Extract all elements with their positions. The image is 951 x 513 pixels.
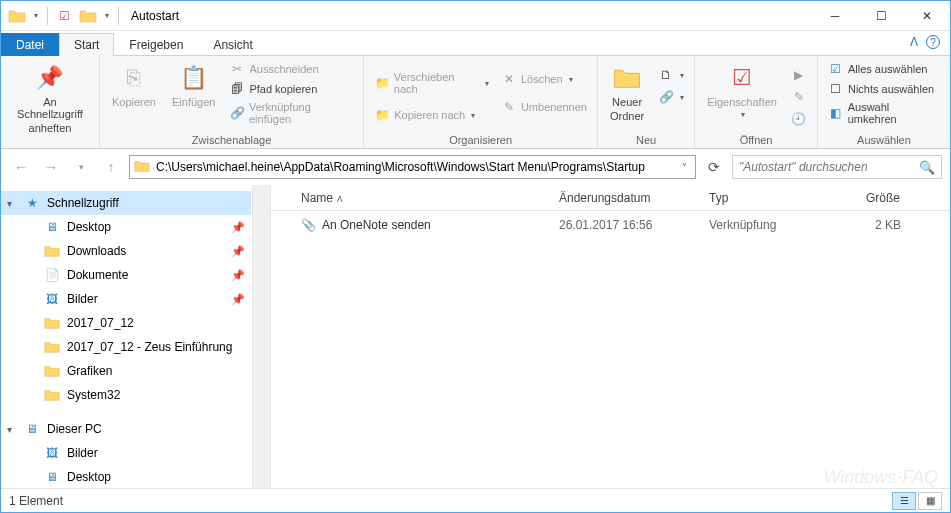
item-icon: 🖥 — [43, 468, 61, 486]
ribbon-tabs: Datei Start Freigeben Ansicht ᐱ ? — [1, 31, 950, 55]
group-open-label: Öffnen — [703, 132, 809, 146]
status-count: 1 Element — [9, 494, 63, 508]
folder-icon[interactable] — [6, 5, 28, 27]
window-controls: ─ ☐ ✕ — [812, 1, 950, 31]
move-to-button[interactable]: 📁Verschieben nach▾ — [372, 70, 491, 96]
sidebar-quickaccess[interactable]: ▾ ★ Schnellzugriff — [1, 191, 251, 215]
recent-dropdown[interactable]: ▾ — [69, 155, 93, 179]
col-size[interactable]: Größe — [821, 191, 921, 205]
search-icon[interactable]: 🔍 — [919, 160, 935, 175]
pin-quickaccess-button[interactable]: 📌 An Schnellzugriff anheften — [9, 60, 91, 136]
address-input-wrapper[interactable]: ˅ — [129, 155, 696, 179]
select-none-icon: ☐ — [828, 81, 844, 97]
ribbon: 📌 An Schnellzugriff anheften ⎘ Kopieren … — [1, 55, 950, 149]
address-history-dropdown[interactable]: ˅ — [678, 162, 691, 173]
copy-icon: ⎘ — [118, 62, 150, 94]
history-icon: 🕘 — [791, 111, 807, 127]
copy-path-button[interactable]: 🗐Pfad kopieren — [227, 80, 355, 98]
back-button[interactable]: ← — [9, 155, 33, 179]
maximize-button[interactable]: ☐ — [858, 1, 904, 31]
tab-share[interactable]: Freigeben — [114, 33, 198, 56]
rename-button[interactable]: ✎Umbenennen — [499, 98, 589, 116]
tab-view[interactable]: Ansicht — [198, 33, 267, 56]
col-date[interactable]: Änderungsdatum — [551, 191, 701, 205]
copyto-icon: 📁 — [374, 107, 390, 123]
nav-sidebar[interactable]: ▾ ★ Schnellzugriff 🖥Desktop📌Downloads📌📄D… — [1, 185, 271, 489]
open-button[interactable]: ▶ — [789, 66, 809, 84]
minimize-button[interactable]: ─ — [812, 1, 858, 31]
forward-button[interactable]: → — [39, 155, 63, 179]
search-input[interactable] — [739, 160, 919, 174]
sidebar-item[interactable]: 🖥Desktop — [1, 465, 251, 489]
main-area: ▾ ★ Schnellzugriff 🖥Desktop📌Downloads📌📄D… — [1, 185, 950, 489]
details-view-button[interactable]: ☰ — [892, 492, 916, 510]
item-icon — [43, 362, 61, 380]
file-icon: 📎 — [301, 218, 316, 232]
sidebar-item[interactable]: 📄Dokumente📌 — [1, 263, 251, 287]
file-row[interactable]: 📎An OneNote senden26.01.2017 16:56Verknü… — [271, 211, 950, 235]
moveto-icon: 📁 — [374, 75, 390, 91]
address-input[interactable] — [156, 160, 678, 174]
pin-icon: 📌 — [231, 245, 245, 258]
search-box[interactable]: 🔍 — [732, 155, 942, 179]
icons-view-button[interactable]: ▦ — [918, 492, 942, 510]
col-name[interactable]: Nameᐱ — [271, 191, 551, 205]
tab-file[interactable]: Datei — [1, 33, 59, 56]
select-all-button[interactable]: ☑Alles auswählen — [826, 60, 942, 78]
help-icon[interactable]: ? — [926, 35, 940, 49]
sidebar-item[interactable]: 🖼Bilder📌 — [1, 287, 251, 311]
copy-to-button[interactable]: 📁Kopieren nach▾ — [372, 106, 491, 124]
invert-icon: ◧ — [828, 105, 844, 121]
paste-icon: 📋 — [178, 62, 210, 94]
status-bar: 1 Element ☰ ▦ — [1, 488, 950, 512]
window-title: Autostart — [127, 9, 812, 23]
tab-start[interactable]: Start — [59, 33, 114, 56]
folder-icon-2[interactable] — [77, 5, 99, 27]
properties-icon[interactable]: ☑ — [53, 5, 75, 27]
delete-icon: ✕ — [501, 71, 517, 87]
easy-access-icon: 🔗 — [658, 89, 674, 105]
file-list: Nameᐱ Änderungsdatum Typ Größe 📎An OneNo… — [271, 185, 950, 489]
sidebar-thispc[interactable]: ▾ 🖥 Dieser PC — [1, 417, 251, 441]
select-none-button[interactable]: ☐Nichts auswählen — [826, 80, 942, 98]
open-icon: ▶ — [791, 67, 807, 83]
paste-shortcut-button[interactable]: 🔗Verknüpfung einfügen — [227, 100, 355, 126]
address-bar: ← → ▾ ↑ ˅ ⟳ 🔍 — [1, 149, 950, 185]
new-item-button[interactable]: 🗋▾ — [656, 66, 686, 84]
item-icon — [43, 314, 61, 332]
item-icon — [43, 338, 61, 356]
qat-dropdown-icon-2[interactable]: ▾ — [101, 5, 113, 27]
delete-button[interactable]: ✕Löschen▾ — [499, 70, 589, 88]
collapse-ribbon-icon[interactable]: ᐱ — [910, 35, 918, 49]
group-new-label: Neu — [606, 132, 686, 146]
sidebar-item[interactable]: 2017_07_12 - Zeus Einführung — [1, 335, 251, 359]
group-select-label: Auswählen — [826, 132, 942, 146]
cut-button[interactable]: ✂Ausschneiden — [227, 60, 355, 78]
sidebar-item[interactable]: Grafiken — [1, 359, 251, 383]
item-icon: 🖥 — [43, 218, 61, 236]
up-button[interactable]: ↑ — [99, 155, 123, 179]
refresh-button[interactable]: ⟳ — [702, 155, 726, 179]
new-folder-button[interactable]: Neuer Ordner — [606, 60, 648, 124]
copy-button[interactable]: ⎘ Kopieren — [108, 60, 160, 110]
pin-icon: 📌 — [231, 293, 245, 306]
close-button[interactable]: ✕ — [904, 1, 950, 31]
qat-dropdown-icon[interactable]: ▾ — [30, 5, 42, 27]
item-icon: 🖼 — [43, 290, 61, 308]
invert-selection-button[interactable]: ◧Auswahl umkehren — [826, 100, 942, 126]
expand-icon[interactable]: ▾ — [7, 198, 12, 209]
sidebar-item[interactable]: 🖥Desktop📌 — [1, 215, 251, 239]
rename-icon: ✎ — [501, 99, 517, 115]
edit-button[interactable]: ✎ — [789, 88, 809, 106]
sidebar-item[interactable]: 🖼Bilder — [1, 441, 251, 465]
expand-icon[interactable]: ▾ — [7, 424, 12, 435]
paste-button[interactable]: 📋 Einfügen — [168, 60, 219, 110]
properties-button[interactable]: ☑ Eigenschaften ▾ — [703, 60, 781, 121]
sidebar-item[interactable]: System32 — [1, 383, 251, 407]
titlebar: ▾ ☑ ▾ Autostart ─ ☐ ✕ — [1, 1, 950, 31]
col-type[interactable]: Typ — [701, 191, 821, 205]
sidebar-item[interactable]: 2017_07_12 — [1, 311, 251, 335]
history-button[interactable]: 🕘 — [789, 110, 809, 128]
sidebar-item[interactable]: Downloads📌 — [1, 239, 251, 263]
easy-access-button[interactable]: 🔗▾ — [656, 88, 686, 106]
